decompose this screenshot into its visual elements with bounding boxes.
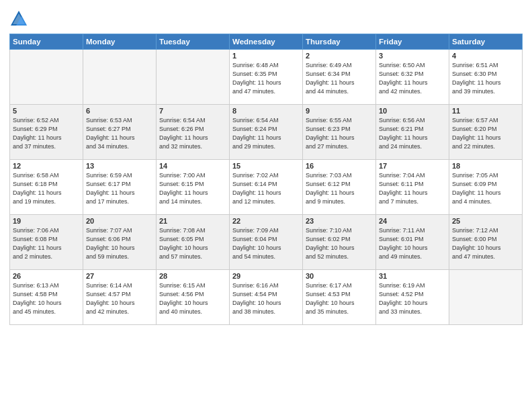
calendar-cell: [449, 270, 523, 325]
day-info: Sunrise: 7:06 AMSunset: 6:08 PMDaylight:…: [13, 226, 80, 261]
calendar-cell: 17Sunrise: 7:04 AMSunset: 6:11 PMDayligh…: [376, 160, 449, 215]
calendar-cell: 8Sunrise: 6:54 AMSunset: 6:24 PMDaylight…: [230, 105, 303, 160]
day-info: Sunrise: 7:05 AMSunset: 6:09 PMDaylight:…: [452, 171, 519, 206]
calendar-cell: 12Sunrise: 6:58 AMSunset: 6:18 PMDayligh…: [10, 160, 83, 215]
day-number: 28: [159, 272, 226, 280]
day-number: 8: [232, 107, 300, 115]
day-number: 3: [379, 52, 446, 60]
day-info: Sunrise: 7:00 AMSunset: 6:15 PMDaylight:…: [159, 171, 226, 206]
calendar-cell: 15Sunrise: 7:02 AMSunset: 6:14 PMDayligh…: [230, 160, 303, 215]
calendar-cell: [10, 50, 83, 105]
calendar-cell: 9Sunrise: 6:55 AMSunset: 6:23 PMDaylight…: [303, 105, 376, 160]
day-number: 1: [232, 52, 300, 60]
day-number: 29: [232, 272, 300, 280]
day-info: Sunrise: 7:04 AMSunset: 6:11 PMDaylight:…: [379, 171, 446, 206]
calendar-cell: 14Sunrise: 7:00 AMSunset: 6:15 PMDayligh…: [157, 160, 230, 215]
day-info: Sunrise: 7:02 AMSunset: 6:14 PMDaylight:…: [232, 171, 300, 206]
calendar-week-row: 12Sunrise: 6:58 AMSunset: 6:18 PMDayligh…: [10, 160, 523, 215]
calendar-cell: 2Sunrise: 6:49 AMSunset: 6:34 PMDaylight…: [303, 50, 376, 105]
day-info: Sunrise: 6:54 AMSunset: 6:26 PMDaylight:…: [159, 116, 226, 151]
day-info: Sunrise: 6:57 AMSunset: 6:20 PMDaylight:…: [452, 116, 519, 151]
day-info: Sunrise: 6:13 AMSunset: 4:58 PMDaylight:…: [13, 281, 80, 316]
day-number: 5: [13, 107, 80, 115]
logo: [9, 9, 31, 28]
day-info: Sunrise: 6:14 AMSunset: 4:57 PMDaylight:…: [86, 281, 153, 316]
calendar-cell: 16Sunrise: 7:03 AMSunset: 6:12 PMDayligh…: [303, 160, 376, 215]
day-info: Sunrise: 6:50 AMSunset: 6:32 PMDaylight:…: [379, 61, 446, 96]
calendar-week-row: 19Sunrise: 7:06 AMSunset: 6:08 PMDayligh…: [10, 215, 523, 270]
calendar-cell: 21Sunrise: 7:08 AMSunset: 6:05 PMDayligh…: [157, 215, 230, 270]
page: SundayMondayTuesdayWednesdayThursdayFrid…: [0, 0, 532, 411]
weekday-header: Saturday: [449, 34, 523, 50]
weekday-header: Tuesday: [157, 34, 230, 50]
weekday-header: Sunday: [10, 34, 83, 50]
day-number: 18: [452, 162, 519, 170]
day-number: 2: [306, 52, 373, 60]
day-number: 10: [379, 107, 446, 115]
calendar-cell: 28Sunrise: 6:15 AMSunset: 4:56 PMDayligh…: [157, 270, 230, 325]
day-info: Sunrise: 6:16 AMSunset: 4:54 PMDaylight:…: [232, 281, 300, 316]
day-info: Sunrise: 7:03 AMSunset: 6:12 PMDaylight:…: [306, 171, 373, 206]
day-number: 23: [306, 217, 373, 225]
day-info: Sunrise: 6:15 AMSunset: 4:56 PMDaylight:…: [159, 281, 226, 316]
calendar-cell: 10Sunrise: 6:56 AMSunset: 6:21 PMDayligh…: [376, 105, 449, 160]
day-number: 15: [232, 162, 300, 170]
weekday-header: Friday: [376, 34, 449, 50]
day-info: Sunrise: 6:55 AMSunset: 6:23 PMDaylight:…: [306, 116, 373, 151]
day-number: 11: [452, 107, 519, 115]
day-number: 21: [159, 217, 226, 225]
day-number: 30: [306, 272, 373, 280]
calendar-header-row: SundayMondayTuesdayWednesdayThursdayFrid…: [10, 34, 523, 50]
calendar-cell: 19Sunrise: 7:06 AMSunset: 6:08 PMDayligh…: [10, 215, 83, 270]
day-number: 26: [13, 272, 80, 280]
calendar-cell: 20Sunrise: 7:07 AMSunset: 6:06 PMDayligh…: [83, 215, 157, 270]
day-number: 25: [452, 217, 519, 225]
calendar-cell: 26Sunrise: 6:13 AMSunset: 4:58 PMDayligh…: [10, 270, 83, 325]
day-info: Sunrise: 7:12 AMSunset: 6:00 PMDaylight:…: [452, 226, 519, 261]
calendar-week-row: 5Sunrise: 6:52 AMSunset: 6:29 PMDaylight…: [10, 105, 523, 160]
day-info: Sunrise: 6:53 AMSunset: 6:27 PMDaylight:…: [86, 116, 153, 151]
day-number: 19: [13, 217, 80, 225]
calendar-cell: 1Sunrise: 6:48 AMSunset: 6:35 PMDaylight…: [230, 50, 303, 105]
calendar-cell: 30Sunrise: 6:17 AMSunset: 4:53 PMDayligh…: [303, 270, 376, 325]
day-info: Sunrise: 7:09 AMSunset: 6:04 PMDaylight:…: [232, 226, 300, 261]
weekday-header: Thursday: [303, 34, 376, 50]
calendar-cell: 11Sunrise: 6:57 AMSunset: 6:20 PMDayligh…: [449, 105, 523, 160]
calendar-week-row: 26Sunrise: 6:13 AMSunset: 4:58 PMDayligh…: [10, 270, 523, 325]
calendar-cell: [83, 50, 157, 105]
weekday-header: Wednesday: [230, 34, 303, 50]
calendar-cell: 5Sunrise: 6:52 AMSunset: 6:29 PMDaylight…: [10, 105, 83, 160]
day-info: Sunrise: 7:11 AMSunset: 6:01 PMDaylight:…: [379, 226, 446, 261]
day-number: 22: [232, 217, 300, 225]
day-info: Sunrise: 6:48 AMSunset: 6:35 PMDaylight:…: [232, 61, 300, 96]
day-number: 12: [13, 162, 80, 170]
day-info: Sunrise: 6:19 AMSunset: 4:52 PMDaylight:…: [379, 281, 446, 316]
calendar-cell: 31Sunrise: 6:19 AMSunset: 4:52 PMDayligh…: [376, 270, 449, 325]
day-info: Sunrise: 6:59 AMSunset: 6:17 PMDaylight:…: [86, 171, 153, 206]
weekday-header: Monday: [83, 34, 157, 50]
day-number: 14: [159, 162, 226, 170]
day-number: 13: [86, 162, 153, 170]
calendar-week-row: 1Sunrise: 6:48 AMSunset: 6:35 PMDaylight…: [10, 50, 523, 105]
day-number: 9: [306, 107, 373, 115]
calendar-cell: 29Sunrise: 6:16 AMSunset: 4:54 PMDayligh…: [230, 270, 303, 325]
day-info: Sunrise: 6:54 AMSunset: 6:24 PMDaylight:…: [232, 116, 300, 151]
calendar-cell: 24Sunrise: 7:11 AMSunset: 6:01 PMDayligh…: [376, 215, 449, 270]
day-number: 20: [86, 217, 153, 225]
day-number: 24: [379, 217, 446, 225]
calendar-cell: 6Sunrise: 6:53 AMSunset: 6:27 PMDaylight…: [83, 105, 157, 160]
day-info: Sunrise: 7:08 AMSunset: 6:05 PMDaylight:…: [159, 226, 226, 261]
calendar-cell: [157, 50, 230, 105]
calendar-cell: 7Sunrise: 6:54 AMSunset: 6:26 PMDaylight…: [157, 105, 230, 160]
day-info: Sunrise: 7:07 AMSunset: 6:06 PMDaylight:…: [86, 226, 153, 261]
day-info: Sunrise: 6:52 AMSunset: 6:29 PMDaylight:…: [13, 116, 80, 151]
calendar-cell: 22Sunrise: 7:09 AMSunset: 6:04 PMDayligh…: [230, 215, 303, 270]
day-info: Sunrise: 7:10 AMSunset: 6:02 PMDaylight:…: [306, 226, 373, 261]
day-info: Sunrise: 6:51 AMSunset: 6:30 PMDaylight:…: [452, 61, 519, 96]
calendar-cell: 23Sunrise: 7:10 AMSunset: 6:02 PMDayligh…: [303, 215, 376, 270]
day-info: Sunrise: 6:17 AMSunset: 4:53 PMDaylight:…: [306, 281, 373, 316]
calendar-cell: 25Sunrise: 7:12 AMSunset: 6:00 PMDayligh…: [449, 215, 523, 270]
day-number: 6: [86, 107, 153, 115]
calendar-cell: 13Sunrise: 6:59 AMSunset: 6:17 PMDayligh…: [83, 160, 157, 215]
header: [9, 7, 523, 28]
